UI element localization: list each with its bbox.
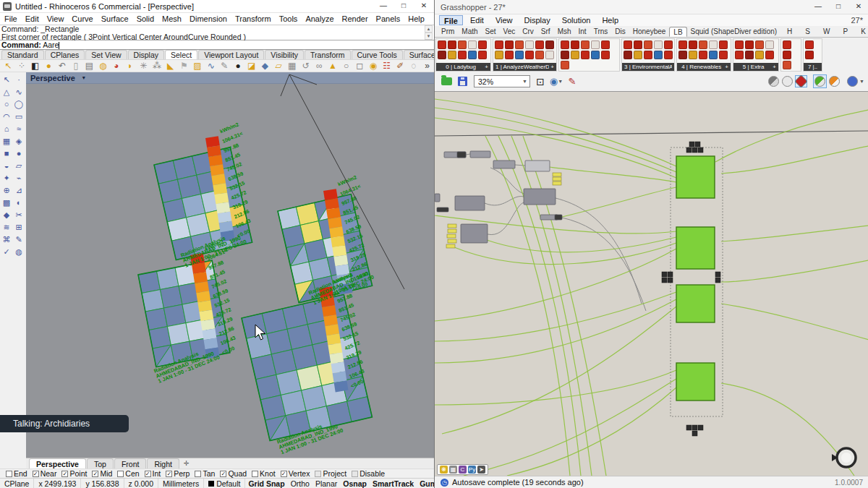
ladybug-component-icon[interactable] xyxy=(678,40,687,49)
csharp-icon[interactable]: C xyxy=(459,466,467,474)
sphere-icon[interactable]: ● xyxy=(13,147,25,159)
gh-slider-node[interactable] xyxy=(446,244,455,248)
selected-green-component[interactable] xyxy=(676,227,715,269)
polyline-icon[interactable]: ∿ xyxy=(204,61,218,72)
osnap-quad[interactable]: ✓Quad xyxy=(220,469,247,478)
gh-tab-letter-p[interactable]: P xyxy=(836,27,854,37)
checkbox-knot[interactable] xyxy=(252,471,258,477)
ladybug-component-icon[interactable] xyxy=(601,51,610,59)
selected-green-component[interactable] xyxy=(676,156,715,198)
ladybug-component-icon[interactable] xyxy=(571,40,579,49)
bulb-icon[interactable]: ◉ xyxy=(367,61,380,72)
ladybug-component-icon[interactable] xyxy=(561,61,569,69)
ladybug-component-icon[interactable] xyxy=(581,40,590,49)
ladybug-component-icon[interactable] xyxy=(755,51,764,59)
ladybug-component-icon[interactable] xyxy=(805,40,814,49)
gh-tab-msh[interactable]: Msh xyxy=(554,27,575,37)
blue-ball-icon[interactable] xyxy=(847,76,858,87)
selected-green-component[interactable] xyxy=(676,363,715,401)
pyramid-icon[interactable]: ▲ xyxy=(326,61,340,72)
gh-tab-lb[interactable]: LB xyxy=(669,27,686,37)
ladybug-fly-icon[interactable]: ❋ xyxy=(440,466,448,474)
ellipse-icon[interactable]: ◯ xyxy=(13,98,25,110)
group-expand-icon[interactable]: + xyxy=(725,63,728,71)
osnap-point[interactable]: ✓Point xyxy=(61,469,87,478)
ladybug-component-icon[interactable] xyxy=(545,40,554,49)
checkbox-int[interactable]: ✓ xyxy=(145,471,151,477)
undo-icon[interactable]: ↶ xyxy=(56,61,69,72)
toolbar-tab-display[interactable]: Display xyxy=(128,50,164,59)
menu-item-panels[interactable]: Panels xyxy=(376,14,401,23)
group-expand-icon[interactable]: + xyxy=(550,63,554,71)
ladybug-component-icon[interactable] xyxy=(644,40,652,49)
gh-slider-node[interactable] xyxy=(448,224,456,228)
osnap-project[interactable]: Project xyxy=(315,469,346,478)
panel-icon[interactable]: ▤ xyxy=(82,61,96,72)
save-file-icon[interactable] xyxy=(455,74,469,89)
zoom-widget-button[interactable] xyxy=(686,147,692,153)
gh-slider-node[interactable] xyxy=(447,234,456,238)
grasshopper-canvas[interactable]: ❋▦CPy➤ xyxy=(435,92,868,476)
status-y[interactable]: y 156.838 xyxy=(81,479,124,488)
node-graph[interactable] xyxy=(435,92,868,476)
menu-item-surface[interactable]: Surface xyxy=(101,14,129,23)
polyline-icon[interactable]: △ xyxy=(1,86,12,98)
ladybug-component-icon[interactable] xyxy=(735,51,744,59)
freeform-icon[interactable]: ∿ xyxy=(13,86,25,98)
checkbox-mid[interactable]: ✓ xyxy=(92,471,98,477)
ladybug-group-label[interactable]: 7 |.. xyxy=(804,63,822,71)
zoom-widget-button[interactable] xyxy=(668,272,673,277)
orange-ball-icon[interactable] xyxy=(829,76,840,87)
box-icon[interactable]: ■ xyxy=(1,147,12,159)
sweep-icon[interactable]: ◈ xyxy=(13,135,25,147)
ladybug-component-icon[interactable] xyxy=(664,40,673,49)
osnap-perp[interactable]: ✓Perp xyxy=(166,469,190,478)
gh-slider-node[interactable] xyxy=(448,229,456,233)
curve-icon[interactable]: ≈ xyxy=(13,123,25,134)
ladybug-component-icon[interactable] xyxy=(699,40,707,49)
circle-icon[interactable]: ○ xyxy=(1,98,12,110)
status-millimeters[interactable]: Millimeters xyxy=(158,479,204,488)
status-default[interactable]: Default xyxy=(204,479,245,488)
polygon-icon[interactable]: ⌂ xyxy=(1,123,12,134)
zoom-dropdown[interactable]: 32% ▼ xyxy=(474,75,530,87)
ladybug-component-icon[interactable] xyxy=(478,51,487,59)
close-button[interactable]: ✕ xyxy=(848,1,868,13)
ladybug-component-icon[interactable] xyxy=(644,51,652,59)
people-icon[interactable]: ☷ xyxy=(380,61,393,72)
anchor-icon[interactable]: ⌘ xyxy=(1,234,12,245)
cone-icon[interactable]: ◣ xyxy=(163,61,177,72)
shaded-view-icon[interactable]: ◧ xyxy=(28,61,42,72)
gh-component-node[interactable] xyxy=(455,196,485,210)
ladybug-component-icon[interactable] xyxy=(581,51,590,59)
ladybug-component-icon[interactable] xyxy=(495,40,503,49)
ladybug-component-icon[interactable] xyxy=(709,40,718,49)
gh-tab-letter-k[interactable]: K xyxy=(854,27,868,37)
viewport-tab-front[interactable]: Front xyxy=(114,458,147,468)
pin-icon[interactable]: ◆ xyxy=(258,61,272,72)
ladybug-component-icon[interactable] xyxy=(678,51,687,59)
osnap-mid[interactable]: ✓Mid xyxy=(92,469,112,478)
zoom-widget-button[interactable] xyxy=(662,278,667,283)
osnap-tan[interactable]: Tan xyxy=(195,469,215,478)
ladybug-component-icon[interactable] xyxy=(515,40,524,49)
rectangle-icon[interactable]: ▭ xyxy=(13,111,25,122)
menu-item-analyze[interactable]: Analyze xyxy=(305,14,333,23)
select-cursor-icon[interactable]: ↖ xyxy=(1,61,15,72)
ladybug-component-icon[interactable] xyxy=(624,51,632,59)
ladybug-component-icon[interactable] xyxy=(545,51,554,59)
arc-icon[interactable]: ◠ xyxy=(1,111,12,122)
ladybug-component-icon[interactable] xyxy=(699,51,707,59)
osnap-knot[interactable]: Knot xyxy=(252,469,276,478)
ladybug-group-label[interactable]: 0 | Ladybug+ xyxy=(436,63,490,71)
ladybug-component-icon[interactable] xyxy=(561,40,569,49)
menu-item-help[interactable]: Help xyxy=(408,14,425,23)
python-icon[interactable]: Py xyxy=(468,466,476,474)
brush-icon[interactable]: ✐ xyxy=(393,61,407,72)
zoom-widget-button[interactable] xyxy=(715,278,720,283)
select-points-icon[interactable]: ⁘ xyxy=(15,61,29,72)
maximize-button[interactable]: □ xyxy=(828,1,848,13)
ladybug-component-icon[interactable] xyxy=(624,40,632,49)
selected-green-component[interactable] xyxy=(676,285,715,322)
ladybug-component-icon[interactable] xyxy=(709,51,718,59)
